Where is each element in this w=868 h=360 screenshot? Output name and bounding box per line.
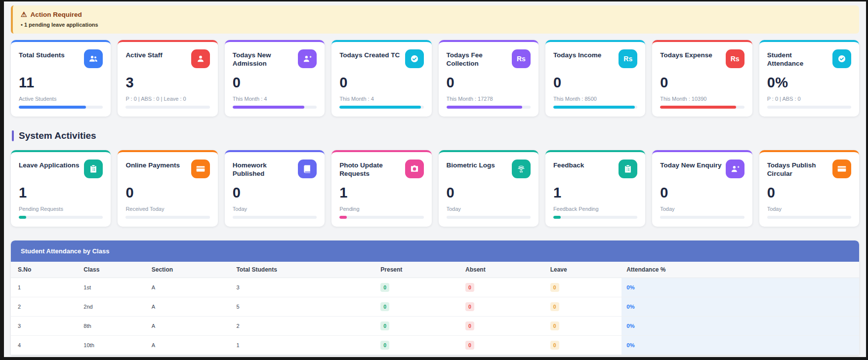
status-badge: 0 bbox=[465, 302, 474, 311]
cell-abs: 0 bbox=[460, 278, 545, 297]
card-value: 0% bbox=[767, 75, 851, 91]
card-header: Biometric Logs bbox=[447, 160, 531, 178]
stat-card-total-students[interactable]: Total Students11Active Students bbox=[11, 40, 111, 117]
activity-card-feedback[interactable]: Feedback1Feedback Pending bbox=[545, 150, 645, 227]
section-title: System Activities bbox=[19, 130, 96, 141]
card-value: 0 bbox=[553, 75, 637, 91]
cell-sno: 1 bbox=[11, 278, 79, 297]
alert-title-row: ⚠ Action Required bbox=[21, 10, 851, 18]
table-row: 22ndA50000% bbox=[11, 297, 859, 317]
card-progress-bar bbox=[553, 106, 637, 109]
card-header: Student Attendance bbox=[767, 49, 851, 68]
activity-card-todays-publish-circular[interactable]: Todays Publish Circular0Today bbox=[759, 150, 859, 227]
camera-icon bbox=[405, 160, 424, 178]
users-icon bbox=[84, 49, 103, 68]
user-plus-icon bbox=[298, 49, 317, 68]
attendance-table-card: Student Attendance by Class S.No Class S… bbox=[11, 240, 859, 355]
activity-card-leave-applications[interactable]: Leave Applications1Pending Requests bbox=[11, 150, 111, 227]
col-class: Class bbox=[79, 262, 146, 278]
status-badge: 0 bbox=[550, 302, 559, 311]
cell-pre: 0 bbox=[375, 317, 460, 336]
card-value: 0 bbox=[660, 185, 744, 201]
card-subtitle: Pending Requests bbox=[19, 206, 103, 212]
card-progress-bar bbox=[767, 216, 851, 219]
col-total: Total Students bbox=[231, 262, 375, 278]
card-header: Todays Fee CollectionRs bbox=[447, 49, 531, 68]
cell-att: 0% bbox=[621, 278, 859, 297]
card-subtitle: This Month : 17278 bbox=[447, 96, 531, 102]
table-title: Student Attendance by Class bbox=[11, 240, 859, 262]
card-progress-bar bbox=[660, 106, 744, 109]
fingerprint-icon bbox=[512, 160, 531, 178]
status-badge: 0 bbox=[380, 341, 389, 350]
credit-card-icon bbox=[191, 160, 210, 178]
warning-triangle-icon: ⚠ bbox=[21, 10, 27, 18]
cell-class: 10th bbox=[79, 336, 146, 355]
table-header-row: S.No Class Section Total Students Presen… bbox=[11, 262, 859, 278]
cell-pre: 0 bbox=[375, 278, 460, 297]
section-accent-bar bbox=[12, 130, 14, 141]
col-present: Present bbox=[375, 262, 460, 278]
status-badge: 0 bbox=[380, 321, 389, 330]
card-subtitle: Received Today bbox=[125, 206, 209, 212]
card-subtitle: Today bbox=[767, 206, 851, 212]
activity-card-today-new-enquiry[interactable]: Today New Enquiry0Today bbox=[652, 150, 752, 227]
card-title: Leave Applications bbox=[19, 160, 80, 170]
activity-card-photo-update-requests[interactable]: Photo Update Requests1Pending bbox=[331, 150, 431, 227]
cell-sec: A bbox=[147, 317, 232, 336]
user-plus-icon bbox=[726, 160, 744, 178]
card-header: Online Payments bbox=[125, 160, 209, 178]
card-value: 1 bbox=[553, 185, 637, 201]
cell-pre: 0 bbox=[375, 297, 460, 317]
col-attendance: Attendance % bbox=[621, 262, 859, 278]
alert-title: Action Required bbox=[31, 11, 82, 18]
attendance-table: S.No Class Section Total Students Presen… bbox=[11, 262, 859, 355]
stat-card-todays-created-tc[interactable]: Todays Created TC0This Month : 4 bbox=[331, 40, 431, 117]
card-progress-bar bbox=[125, 216, 209, 219]
cell-att: 0% bbox=[621, 336, 859, 355]
card-progress-bar bbox=[447, 106, 531, 109]
stat-card-active-staff[interactable]: Active Staff3P : 0 | ABS : 0 | Leave : 0 bbox=[118, 40, 217, 117]
card-value: 0 bbox=[660, 75, 744, 91]
cell-tot: 5 bbox=[231, 297, 375, 317]
activity-card-biometric-logs[interactable]: Biometric Logs0Today bbox=[439, 150, 538, 227]
card-title: Todays Fee Collection bbox=[447, 49, 508, 68]
card-progress-bar bbox=[660, 216, 744, 219]
card-subtitle: P : 0 | ABS : 0 bbox=[767, 96, 851, 102]
card-progress-bar bbox=[553, 216, 637, 219]
cell-sno: 3 bbox=[11, 317, 79, 336]
card-subtitle: Feedback Pending bbox=[553, 206, 637, 212]
card-title: Today New Enquiry bbox=[660, 160, 721, 170]
status-badge: 0 bbox=[550, 341, 559, 350]
activity-card-homework-published[interactable]: Homework Published0Today bbox=[225, 150, 325, 227]
stat-card-student-attendance[interactable]: Student Attendance0%P : 0 | ABS : 0 bbox=[759, 40, 859, 117]
stat-card-todays-fee-collection[interactable]: Todays Fee CollectionRs0This Month : 172… bbox=[439, 40, 538, 117]
status-badge: 0 bbox=[380, 302, 389, 311]
stat-card-todays-income[interactable]: Todays IncomeRs0This Month : 8500 bbox=[545, 40, 645, 117]
cell-tot: 2 bbox=[231, 317, 375, 336]
col-absent: Absent bbox=[460, 262, 545, 278]
dashboard-page: ⚠ Action Required 1 pending leave applic… bbox=[0, 0, 868, 360]
card-header: Todays Created TC bbox=[339, 49, 423, 68]
cell-lea: 0 bbox=[545, 336, 622, 355]
card-value: 0 bbox=[233, 185, 317, 201]
clipboard-icon bbox=[84, 160, 103, 178]
stat-card-todays-new-admission[interactable]: Todays New Admission0This Month : 4 bbox=[225, 40, 325, 117]
cell-sec: A bbox=[147, 297, 232, 317]
col-section: Section bbox=[147, 262, 232, 278]
check-circle-icon bbox=[832, 49, 851, 68]
card-header: Active Staff bbox=[125, 49, 209, 68]
card-title: Todays Created TC bbox=[339, 49, 400, 60]
card-subtitle: This Month : 10390 bbox=[660, 96, 744, 102]
card-title: Todays Expense bbox=[660, 49, 712, 60]
card-subtitle: P : 0 | ABS : 0 | Leave : 0 bbox=[125, 96, 209, 102]
card-title: Homework Published bbox=[233, 160, 294, 178]
card-header: Today New Enquiry bbox=[660, 160, 744, 178]
status-badge: 0 bbox=[550, 321, 559, 330]
card-progress-bar bbox=[447, 216, 531, 219]
stat-card-todays-expense[interactable]: Todays ExpenseRs0This Month : 10390 bbox=[652, 40, 752, 117]
activity-card-online-payments[interactable]: Online Payments0Received Today bbox=[118, 150, 217, 227]
cell-lea: 0 bbox=[545, 278, 622, 297]
card-subtitle: This Month : 4 bbox=[339, 96, 423, 102]
card-header: Todays New Admission bbox=[233, 49, 317, 68]
